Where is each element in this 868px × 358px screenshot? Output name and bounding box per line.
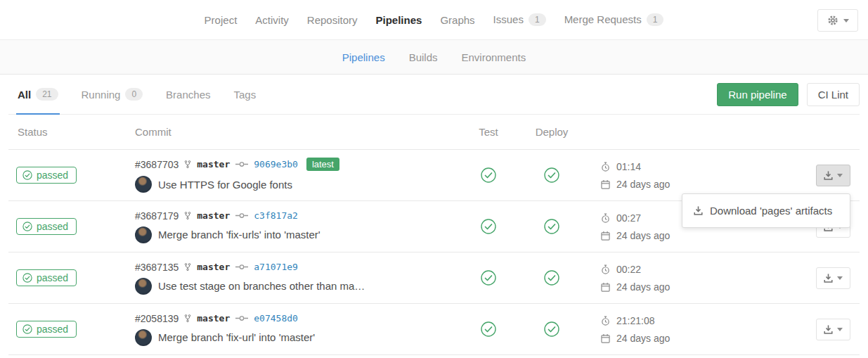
ci-lint-button[interactable]: CI Lint (807, 83, 860, 106)
chevron-down-icon (837, 276, 843, 280)
pipeline-duration: 00:27 (616, 212, 641, 224)
subnav-item-environments[interactable]: Environments (450, 51, 538, 63)
nav-item-project[interactable]: Project (195, 14, 247, 26)
commit-message-link[interactable]: Merge branch 'fix-url' into 'master' (158, 331, 315, 343)
tab-all[interactable]: All 21 (16, 75, 60, 114)
commit-cell: #3687703 master 9069e3b0 (126, 158, 457, 193)
test-stage-passed-icon[interactable] (481, 321, 496, 337)
subnav-item-pipelines[interactable]: Pipelines (330, 51, 397, 63)
author-avatar[interactable] (135, 329, 152, 346)
pipeline-row: passed #3687703 master (8, 150, 860, 201)
project-settings-dropdown-button[interactable] (817, 9, 858, 32)
nav-item-pipelines[interactable]: Pipelines (367, 14, 432, 26)
download-pages-artifacts-item[interactable]: Download 'pages' artifacts (682, 200, 850, 222)
nav-item-repository[interactable]: Repository (298, 14, 367, 26)
issues-count-badge: 1 (529, 13, 546, 26)
tab-all-count: 21 (36, 88, 58, 101)
commit-message-link[interactable]: Use test stage on branches other than ma… (158, 280, 365, 292)
branch-link[interactable]: master (197, 262, 230, 272)
column-header-test: Test (457, 126, 520, 138)
timing-cell: 00:22 24 days ago (583, 264, 703, 293)
deploy-stage-passed-icon[interactable] (544, 167, 559, 183)
tab-branches[interactable]: Branches (164, 75, 212, 114)
latest-badge: latest (306, 158, 339, 171)
artifacts-dropdown-menu: Download 'pages' artifacts (682, 193, 850, 228)
commit-sha-link[interactable]: e07458d0 (254, 313, 298, 324)
commit-icon (235, 315, 248, 321)
status-badge[interactable]: passed (16, 218, 77, 235)
run-pipeline-button[interactable]: Run pipeline (717, 83, 798, 106)
artifacts-download-button[interactable] (816, 267, 850, 289)
nav-item-issues[interactable]: Issues 1 (484, 13, 555, 26)
status-badge[interactable]: passed (16, 321, 77, 338)
nav-item-merge-requests-label: Merge Requests (564, 13, 642, 25)
author-avatar[interactable] (135, 278, 152, 295)
download-icon (694, 206, 703, 215)
ci-sub-nav: Pipelines Builds Environments (0, 39, 868, 75)
test-stage-passed-icon[interactable] (481, 270, 496, 286)
pipeline-id[interactable]: #3687703 (135, 159, 179, 170)
status-badge-label: passed (37, 170, 68, 181)
pipeline-id[interactable]: #3687135 (135, 262, 179, 273)
branch-link[interactable]: master (197, 210, 230, 221)
pipeline-row: passed #2058139 master (8, 304, 860, 355)
column-header-status: Status (8, 126, 126, 138)
pipelines-filter-bar: All 21 Running 0 Branches Tags Run pipel… (8, 75, 860, 115)
deploy-stage-passed-icon[interactable] (544, 270, 559, 286)
pipeline-scope-tabs: All 21 Running 0 Branches Tags (8, 75, 278, 114)
author-avatar[interactable] (135, 176, 152, 193)
tab-running[interactable]: Running 0 (80, 75, 145, 114)
artifacts-download-button[interactable] (816, 165, 850, 186)
tab-running-count: 0 (125, 88, 143, 101)
branch-link[interactable]: master (197, 313, 230, 324)
branch-icon (184, 160, 191, 169)
commit-sha-link[interactable]: a71071e9 (254, 262, 298, 272)
commit-sha-link[interactable]: c3f817a2 (254, 210, 298, 221)
commit-message-link[interactable]: Use HTTPS for Google fonts (158, 179, 292, 191)
pipelines-table-header: Status Commit Test Deploy (8, 115, 860, 150)
status-cell: passed (8, 167, 126, 184)
stage-deploy-cell (520, 167, 583, 183)
status-badge[interactable]: passed (16, 167, 77, 184)
pipeline-id[interactable]: #3687179 (135, 210, 179, 222)
commit-icon (235, 264, 248, 270)
status-badge[interactable]: passed (16, 269, 77, 286)
artifacts-download-button[interactable] (816, 319, 850, 340)
test-stage-passed-icon[interactable] (481, 167, 496, 183)
column-header-commit: Commit (126, 126, 457, 138)
check-circle-icon (22, 273, 32, 283)
author-avatar[interactable] (135, 226, 152, 243)
gear-icon (827, 15, 838, 26)
stage-test-cell (457, 167, 520, 183)
commit-icon (235, 161, 248, 167)
branch-link[interactable]: master (197, 159, 230, 170)
nav-item-activity[interactable]: Activity (246, 14, 298, 26)
actions-cell (703, 304, 860, 354)
chevron-down-icon (837, 174, 843, 177)
tab-all-label: All (18, 89, 31, 101)
status-cell: passed (8, 269, 126, 286)
commit-sha-link[interactable]: 9069e3b0 (254, 159, 298, 170)
nav-item-merge-requests[interactable]: Merge Requests 1 (555, 13, 673, 26)
pipeline-duration: 00:22 (616, 264, 641, 275)
branch-icon (184, 262, 191, 271)
column-header-deploy: Deploy (520, 126, 583, 138)
tab-tags[interactable]: Tags (232, 75, 257, 114)
pipeline-finished-ago: 24 days ago (616, 333, 670, 344)
commit-message-link[interactable]: Merge branch 'fix-urls' into 'master' (158, 229, 320, 241)
test-stage-passed-icon[interactable] (481, 219, 496, 234)
nav-item-graphs[interactable]: Graphs (431, 14, 484, 26)
branch-icon (184, 314, 191, 323)
deploy-stage-passed-icon[interactable] (544, 321, 559, 337)
stage-deploy-cell (520, 219, 583, 234)
status-badge-label: passed (37, 221, 68, 232)
merge-requests-count-badge: 1 (647, 13, 664, 26)
check-circle-icon (22, 324, 32, 334)
pipeline-id[interactable]: #2058139 (135, 313, 179, 324)
nav-item-issues-label: Issues (493, 13, 524, 25)
subnav-item-builds[interactable]: Builds (397, 51, 450, 63)
deploy-stage-passed-icon[interactable] (544, 219, 559, 234)
timing-cell: 01:14 24 days ago (583, 161, 703, 190)
check-circle-icon (22, 170, 32, 180)
pipeline-actions: Run pipeline CI Lint (717, 75, 860, 114)
